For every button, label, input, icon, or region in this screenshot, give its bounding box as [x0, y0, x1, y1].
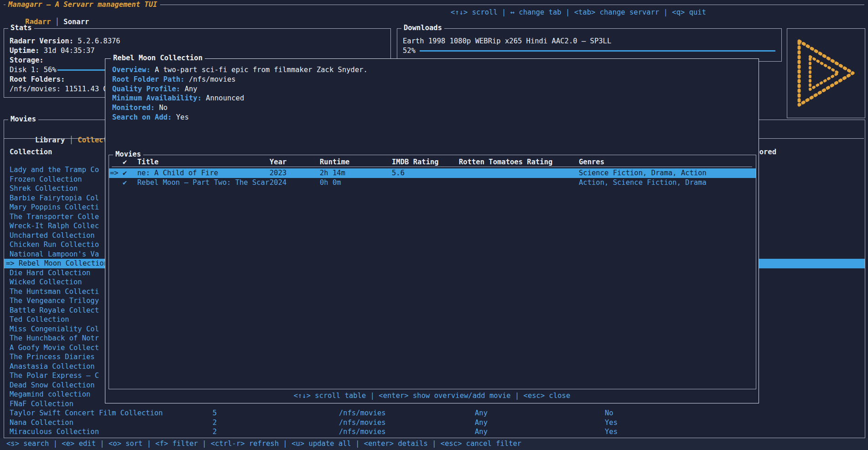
disk-percent: 56% [44, 66, 57, 74]
detail-label: Root Folder Path: [112, 75, 185, 84]
stats-title: Stats [8, 24, 34, 32]
detail-line: Monitored: No [112, 103, 167, 113]
detail-line: Search on Add: Yes [112, 113, 189, 122]
collection-name: Frozen Collection [10, 175, 82, 184]
movie-genres: Action, Science Fiction, Drama [579, 178, 707, 188]
collection-name: Shrek Collection [10, 184, 78, 194]
download-item: Earth 1998 1080p WEBRip x265 Hindi AAC2.… [403, 37, 611, 46]
collection-name: FNaF Collection [10, 399, 73, 409]
detail-label: Quality Profile: [112, 85, 180, 93]
collection-cell: Any [475, 418, 488, 428]
collection-name: Taylor Swift Concert Film Collection [10, 408, 163, 418]
top-help: <↑↓> scroll | ↔ change tab | <tab> chang… [451, 8, 706, 17]
tab-sonarr[interactable]: Sonarr [63, 18, 89, 26]
download-progress-gauge [420, 50, 775, 52]
root-folders-label: Root Folders: [10, 75, 65, 84]
collection-name: Barbie Fairytopia Col [10, 194, 99, 203]
collection-name: Uncharted Collection [10, 231, 95, 241]
uptime-label: Uptime: [10, 47, 39, 55]
movies-table: =>✔ne: A Child of Fire20232h 14m5.6Scien… [109, 155, 756, 389]
collection-name: The Transporter Colle [10, 212, 99, 222]
collection-name: Mary Poppins Collecti [10, 203, 99, 212]
root-folder-value: /nfs/movies: 11511.43 GB [10, 84, 112, 94]
collection-name: The Hunchback of Notr [10, 334, 99, 343]
disk-usage: Disk 1: 56% [10, 65, 57, 75]
tab-divider: │ [51, 18, 63, 26]
movie-imdb: 5.6 [392, 168, 405, 178]
collection-name: The Polar Express – C [10, 371, 99, 381]
collection-name: Chicken Run Collectio [10, 240, 99, 250]
detail-line: Overview: A two-part sci-fi epic from fi… [112, 65, 368, 75]
collection-cell: Any [475, 427, 488, 437]
movie-year: 2024 [270, 178, 286, 188]
version-label: Radarr Version: [10, 37, 73, 45]
popup-movies-table-panel: Movies ✔TitleYearRuntimeIMDB RatingRotte… [109, 155, 756, 389]
collection-name: Wicked Collection [10, 277, 82, 287]
collection-cell: 2 [213, 418, 217, 428]
disk-label: Disk 1: [10, 66, 39, 74]
collection-details-popup: Rebel Moon Collection Overview: A two-pa… [105, 58, 759, 403]
stats-uptime: Uptime: 31d 04:35:37 [10, 46, 95, 56]
collection-cell: /nfs/movies [339, 427, 386, 437]
detail-value: Announced [202, 94, 244, 102]
movie-row[interactable]: ✔Rebel Moon – Part Two: The Scar20240h 0… [109, 178, 756, 188]
download-percent: 52% [403, 46, 416, 56]
collection-name: National Lampoon's Va [10, 250, 99, 259]
collection-cell: Yes [605, 418, 618, 428]
collection-name: A Goofy Movie Collect [10, 343, 99, 353]
collection-cell: 5 [213, 408, 217, 418]
detail-line: Minimum Availability: Announced [112, 94, 244, 103]
movie-title: ne: A Child of Fire [137, 168, 218, 178]
downloads-title: Downloads [401, 24, 444, 32]
collection-cell: No [605, 408, 613, 418]
collection-cell: 2 [213, 427, 217, 437]
popup-help: <↑↓> scroll table | <enter> show overvie… [105, 391, 759, 401]
collection-name: Megamind collection [10, 390, 90, 399]
bottom-help: <s> search | <e> edit | <o> sort | <f> f… [6, 439, 521, 449]
movie-title: Rebel Moon – Part Two: The Scar [137, 178, 269, 188]
collection-name: Wreck-It Ralph Collec [10, 221, 99, 231]
collection-row[interactable]: Miraculous Collection2/nfs/moviesAnyYes [4, 427, 865, 437]
movie-runtime: 2h 14m [320, 168, 345, 178]
detail-value: A two-part sci-fi epic from filmmaker Za… [151, 66, 368, 74]
downloads-panel: Downloads Earth 1998 1080p WEBRip x265 H… [397, 28, 782, 62]
collection-name: => Rebel Moon Collection [6, 259, 108, 268]
collection-name: Dead Snow Collection [10, 381, 95, 390]
detail-line: Root Folder Path: /nfs/movies [112, 75, 236, 84]
collection-name: The Huntsman Collecti [10, 287, 99, 297]
stats-version: Radarr Version: 5.2.6.8376 [10, 37, 120, 46]
detail-label: Minimum Availability: [112, 94, 202, 102]
managarr-app: Managarr – A Servarr management TUI Rada… [0, 0, 868, 450]
checkmark-icon: ✔ [123, 178, 127, 188]
movie-row[interactable]: =>✔ne: A Child of Fire20232h 14m5.6Scien… [109, 168, 756, 178]
highlight-symbol: => [110, 168, 119, 178]
collection-name: Ted Collection [10, 315, 69, 324]
collection-name: Miss Congeniality Col [10, 324, 99, 334]
collection-cell: Any [475, 408, 488, 418]
detail-label: Monitored: [112, 104, 155, 112]
storage-label: Storage: [10, 56, 44, 65]
detail-label: Search on Add: [112, 113, 172, 121]
collection-cell: /nfs/movies [339, 408, 386, 418]
uptime-value: 31d 04:35:37 [44, 47, 95, 55]
movie-genres: Science Fiction, Drama, Action [579, 168, 707, 178]
bottom-bar: <s> search | <e> edit | <o> sort | <f> f… [0, 438, 868, 450]
detail-value: /nfs/movies [185, 75, 236, 84]
movie-runtime: 0h 0m [320, 178, 341, 188]
collection-cell: /nfs/movies [339, 418, 386, 428]
collection-row[interactable]: Taylor Swift Concert Film Collection5/nf… [4, 408, 865, 418]
collection-name: Battle Royale Collect [10, 306, 99, 315]
detail-value: Yes [172, 113, 189, 121]
collection-name: Die Hard Collection [10, 268, 90, 278]
collection-name: The Princess Diaries [10, 352, 95, 362]
collection-row[interactable]: Nana Collection2/nfs/moviesAnyYes [4, 418, 865, 428]
detail-value: No [155, 104, 167, 112]
collection-name: Miraculous Collection [10, 427, 99, 437]
detail-value: Any [180, 85, 197, 93]
collection-cell: Yes [605, 427, 618, 437]
collection-name: The Vengeance Trilogy [10, 296, 99, 306]
managarr-logo-icon [792, 36, 860, 111]
checkmark-icon: ✔ [123, 168, 127, 178]
collection-name: Anastasia Collection [10, 362, 95, 372]
detail-line: Quality Profile: Any [112, 84, 198, 94]
